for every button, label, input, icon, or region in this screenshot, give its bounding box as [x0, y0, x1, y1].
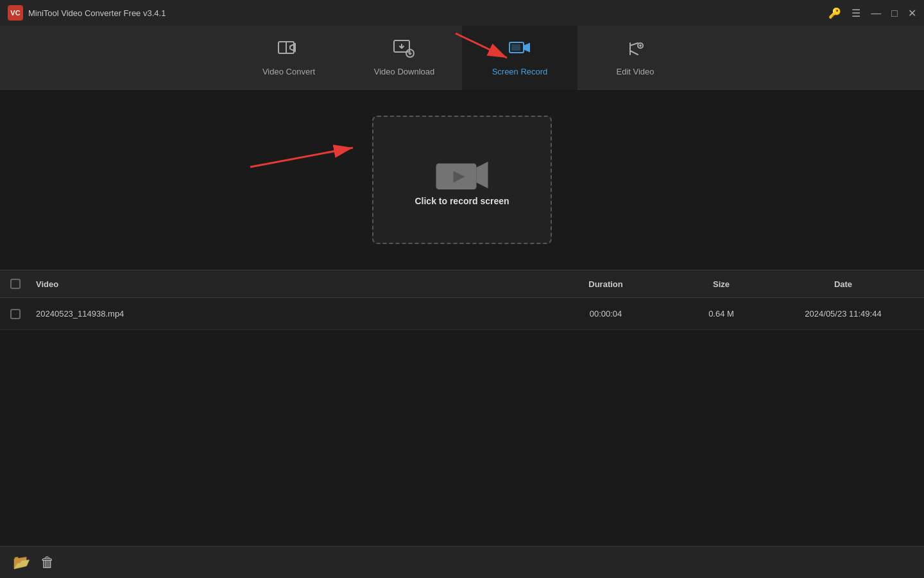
tab-video-convert-label: Video Convert: [262, 67, 315, 76]
row-duration: 00:00:04: [542, 309, 670, 319]
tab-edit-video-label: Edit Video: [616, 67, 654, 76]
svg-rect-6: [511, 44, 520, 51]
title-bar: VC MiniTool Video Converter Free v3.4.1 …: [0, 0, 924, 26]
column-header-size: Size: [670, 279, 773, 289]
record-arrow: [244, 128, 372, 180]
window-controls: 🔑 ☰ — □ ✕: [828, 7, 916, 19]
tab-screen-record-label: Screen Record: [492, 67, 548, 76]
record-screen-button[interactable]: Click to record screen: [372, 116, 552, 244]
tab-video-download[interactable]: Video Download: [346, 26, 462, 90]
recordings-table: Video Duration Size Date 20240523_114938…: [0, 270, 924, 330]
menu-icon[interactable]: ☰: [851, 7, 860, 19]
main-content: Click to record screen Video Duration Si…: [0, 90, 924, 330]
bottom-toolbar: 📂 🗑: [0, 546, 924, 578]
close-button[interactable]: ✕: [908, 7, 916, 19]
app-logo: VC: [8, 5, 23, 21]
row-video-name: 20240523_114938.mp4: [30, 309, 542, 319]
trash-icon: 🗑: [40, 554, 55, 571]
row-checkbox-cell: [10, 309, 30, 319]
row-size: 0.64 M: [670, 309, 773, 319]
table-row[interactable]: 20240523_114938.mp4 00:00:04 0.64 M 2024…: [0, 298, 924, 330]
screen-record-icon: [508, 39, 531, 62]
camera-icon: [433, 154, 491, 196]
delete-button[interactable]: 🗑: [40, 554, 55, 571]
row-select-checkbox[interactable]: [10, 309, 21, 319]
edit-video-icon: [624, 39, 647, 62]
tab-video-download-label: Video Download: [374, 67, 434, 76]
nav-tabs: Video Convert Video Download Screen Reco…: [0, 26, 924, 90]
tab-edit-video[interactable]: Edit Video: [578, 26, 693, 90]
column-header-duration: Duration: [542, 279, 670, 289]
row-date: 2024/05/23 11:49:44: [773, 309, 914, 319]
tab-video-convert[interactable]: Video Convert: [231, 26, 346, 90]
svg-line-9: [250, 148, 353, 167]
minimize-button[interactable]: —: [871, 7, 881, 19]
app-title: MiniTool Video Converter Free v3.4.1: [28, 8, 166, 18]
column-header-video: Video: [30, 279, 542, 289]
video-convert-icon: [277, 39, 300, 62]
record-screen-label: Click to record screen: [415, 196, 509, 206]
select-all-checkbox[interactable]: [10, 279, 21, 289]
table-header: Video Duration Size Date: [0, 270, 924, 298]
video-download-icon: [393, 39, 416, 62]
maximize-button[interactable]: □: [891, 7, 898, 19]
header-checkbox-cell: [10, 279, 30, 289]
column-header-date: Date: [773, 279, 914, 289]
folder-icon: 📂: [13, 554, 30, 571]
tab-screen-record[interactable]: Screen Record: [462, 26, 578, 90]
open-folder-button[interactable]: 📂: [13, 554, 30, 571]
svg-marker-12: [477, 161, 488, 188]
key-icon[interactable]: 🔑: [828, 7, 841, 19]
